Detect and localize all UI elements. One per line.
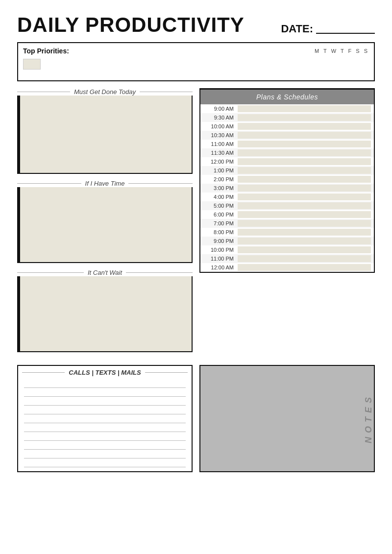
schedule-time-label: 9:00 AM <box>203 106 234 112</box>
schedule-row[interactable]: 3:00 PM <box>200 184 374 193</box>
schedule-line-box[interactable] <box>238 202 371 209</box>
plans-header: Plans & Schedules <box>200 90 374 104</box>
tp-header-row: Top Priorities: M T W T F S S <box>23 47 369 55</box>
schedule-line-box[interactable] <box>238 193 371 200</box>
page-title: DAILY PRODUCTIVITY <box>17 15 245 35</box>
schedule-line-box[interactable] <box>238 229 371 236</box>
calls-line[interactable] <box>24 432 186 441</box>
divider-line-right <box>140 92 193 92</box>
schedule-row[interactable]: 2:00 PM <box>200 175 374 184</box>
schedule-row[interactable]: 7:00 PM <box>200 219 374 228</box>
calls-title: CALLS | TEXTS | MAILS <box>69 369 141 376</box>
schedule-line-box[interactable] <box>238 255 371 262</box>
schedule-time-label: 9:30 AM <box>203 115 234 120</box>
schedule-line-box[interactable] <box>238 105 371 112</box>
divider-line-left2 <box>17 183 81 184</box>
schedule-time-label: 7:00 PM <box>203 220 234 226</box>
calls-divider-line-right <box>145 372 188 373</box>
schedule-time-label: 3:00 PM <box>203 185 234 191</box>
page-header: DAILY PRODUCTIVITY DATE: <box>17 15 375 35</box>
schedule-time-label: 12:00 AM <box>203 265 234 270</box>
schedule-line-box[interactable] <box>238 158 371 165</box>
schedule-time-label: 10:00 AM <box>203 123 234 129</box>
if-have-time-label: If I Have Time <box>85 180 125 187</box>
schedule-row[interactable]: 1:00 PM <box>200 166 374 175</box>
schedule-row[interactable]: 10:00 PM <box>200 245 374 254</box>
schedule-row[interactable]: 11:00 AM <box>200 140 374 148</box>
calls-line[interactable] <box>24 388 186 397</box>
notes-box: NOTES <box>199 365 375 472</box>
date-underline <box>316 33 375 34</box>
schedule-line-box[interactable] <box>238 211 371 218</box>
if-have-time-divider: If I Have Time <box>17 180 193 187</box>
divider-line-right2 <box>128 183 193 184</box>
calls-line[interactable] <box>24 379 186 388</box>
schedule-line-box[interactable] <box>238 176 371 183</box>
schedule-row[interactable]: 8:00 PM <box>200 228 374 237</box>
top-priorities-box: Top Priorities: M T W T F S S <box>17 42 375 81</box>
cant-wait-divider: It Can't Wait <box>17 269 193 276</box>
calls-line[interactable] <box>24 441 186 450</box>
calls-box: CALLS | TEXTS | MAILS <box>17 365 193 472</box>
schedule-row[interactable]: 4:00 PM <box>200 193 374 201</box>
if-have-time-box[interactable] <box>17 187 193 263</box>
schedule-row[interactable]: 9:00 PM <box>200 237 374 245</box>
calls-line[interactable] <box>24 406 186 414</box>
schedule-line-box[interactable] <box>238 123 371 130</box>
divider-line-left <box>17 92 70 92</box>
calls-line[interactable] <box>24 397 186 406</box>
schedule-line-box[interactable] <box>238 114 371 121</box>
schedule-time-label: 11:30 AM <box>203 150 234 156</box>
calls-header-wrap: CALLS | TEXTS | MAILS <box>18 366 192 377</box>
schedule-row[interactable]: 10:30 AM <box>200 131 374 140</box>
calls-line[interactable] <box>24 414 186 423</box>
tp-label: Top Priorities: <box>23 47 69 55</box>
schedule-row[interactable]: 9:30 AM <box>200 113 374 122</box>
schedule-time-label: 5:00 PM <box>203 203 234 209</box>
schedule-row[interactable]: 10:00 AM <box>200 122 374 131</box>
schedule-line-box[interactable] <box>238 246 371 253</box>
divider-line-left3 <box>17 272 84 273</box>
right-column: Plans & Schedules 9:00 AM9:30 AM10:00 AM… <box>199 88 375 358</box>
schedule-line-box[interactable] <box>238 141 371 147</box>
schedule-line-box[interactable] <box>238 238 371 244</box>
schedule-line-box[interactable] <box>238 264 371 271</box>
must-get-done-divider: Must Get Done Today <box>17 88 193 96</box>
tp-small-box <box>23 59 41 70</box>
notes-label: NOTES <box>357 393 374 443</box>
calls-lines <box>18 377 192 471</box>
calls-line[interactable] <box>24 458 186 467</box>
schedule-line-box[interactable] <box>238 132 371 139</box>
schedule-line-box[interactable] <box>238 167 371 174</box>
bottom-grid: CALLS | TEXTS | MAILS NOTES <box>17 365 375 472</box>
main-grid: Must Get Done Today If I Have Time It Ca… <box>17 88 375 358</box>
divider-line-right3 <box>126 272 193 273</box>
schedule-row[interactable]: 6:00 PM <box>200 210 374 219</box>
must-get-done-box[interactable] <box>17 96 193 174</box>
tp-days: M T W T F S S <box>315 48 369 54</box>
schedule-time-label: 10:00 PM <box>203 247 234 253</box>
schedule-time-label: 1:00 PM <box>203 168 234 173</box>
schedule-line-box[interactable] <box>238 149 371 156</box>
schedule-row[interactable]: 11:00 PM <box>200 254 374 263</box>
schedule-line-box[interactable] <box>238 220 371 227</box>
schedule-row[interactable]: 12:00 PM <box>200 157 374 166</box>
schedule-time-label: 2:00 PM <box>203 176 234 182</box>
schedule-time-label: 12:00 PM <box>203 159 234 165</box>
left-column: Must Get Done Today If I Have Time It Ca… <box>17 88 193 358</box>
date-field: DATE: <box>281 23 375 35</box>
schedule-row[interactable]: 9:00 AM <box>200 104 374 113</box>
schedule-time-label: 10:30 AM <box>203 132 234 138</box>
schedule-time-label: 11:00 PM <box>203 256 234 262</box>
schedule-time-label: 9:00 PM <box>203 238 234 244</box>
schedule-row[interactable]: 12:00 AM <box>200 263 374 272</box>
schedule-line-box[interactable] <box>238 185 371 192</box>
calls-line[interactable] <box>24 423 186 432</box>
must-get-done-label: Must Get Done Today <box>74 88 136 96</box>
schedule-row[interactable]: 11:30 AM <box>200 148 374 157</box>
cant-wait-box[interactable] <box>17 276 193 352</box>
schedule-row[interactable]: 5:00 PM <box>200 201 374 210</box>
calls-divider-line-left <box>22 372 65 373</box>
schedule-time-label: 11:00 AM <box>203 141 234 147</box>
calls-line[interactable] <box>24 450 186 458</box>
